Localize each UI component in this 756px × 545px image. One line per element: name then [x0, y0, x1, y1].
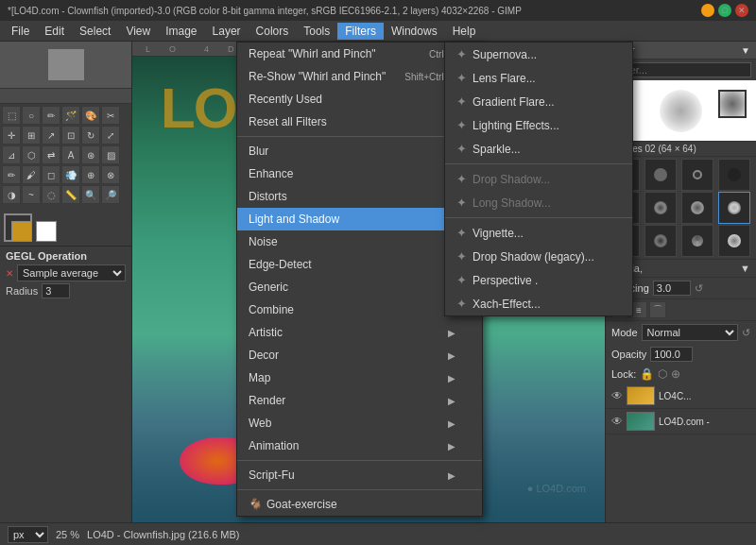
tool-free-select[interactable]: ✏: [42, 106, 60, 125]
filter-map[interactable]: Map ▶: [237, 366, 482, 389]
gegl-x-icon: ✕: [6, 268, 13, 279]
layer-item-2[interactable]: 👁 LO4D.com -: [606, 409, 756, 434]
brush-item-4[interactable]: [718, 159, 750, 191]
lock-label: Lock:: [611, 368, 636, 380]
lock-position-icon[interactable]: ⊕: [671, 367, 680, 381]
brush-item-12[interactable]: [718, 225, 750, 257]
brush-item-3[interactable]: [681, 159, 713, 191]
minimize-button[interactable]: −: [701, 4, 714, 17]
menu-colors[interactable]: Colors: [249, 23, 297, 40]
tools-grid: ⬚ ○ ✏ 🪄 🎨 ✂ ✛ ⊞ ↗ ⊡ ↻ ⤢ ⊿ ⬡ ⇄ A ⊛ ▨ ✏ 🖌 …: [0, 104, 131, 206]
tool-dodge[interactable]: ◑: [2, 185, 21, 204]
tool-move[interactable]: ✛: [2, 126, 21, 145]
tool-ellipse-select[interactable]: ○: [22, 106, 41, 125]
submenu-sparkle[interactable]: ✦ Sparkle...: [445, 137, 632, 161]
mode-select[interactable]: Normal Multiply Screen: [642, 324, 738, 341]
tool-clone[interactable]: ⊕: [81, 165, 100, 184]
brush-item-7[interactable]: [681, 192, 713, 224]
layer-1-visibility[interactable]: 👁: [611, 389, 623, 402]
tool-text[interactable]: A: [61, 145, 80, 164]
layer-item-1[interactable]: 👁 LO4C...: [606, 383, 756, 409]
brush-item-10[interactable]: [644, 225, 677, 257]
background-color[interactable]: [36, 221, 57, 242]
tool-scissors[interactable]: ✂: [101, 106, 120, 125]
filter-web[interactable]: Web ▶: [237, 412, 482, 434]
tool-blur[interactable]: ◌: [42, 185, 60, 204]
submenu-lighting-effects[interactable]: ✦ Lighting Effects...: [445, 113, 632, 137]
tool-paintbrush[interactable]: 🖌: [22, 165, 41, 184]
submenu-sep-1: [445, 163, 632, 164]
tool-measure[interactable]: 📏: [61, 185, 80, 204]
tool-crop[interactable]: ⊡: [61, 126, 80, 145]
tool-pencil[interactable]: ✏: [2, 165, 21, 184]
filter-render[interactable]: Render ▶: [237, 389, 482, 412]
filter-artistic[interactable]: Artistic ▶: [237, 321, 482, 344]
submenu-perspective[interactable]: ✦ Perspective .: [445, 268, 632, 292]
layer-2-name: LO4D.com -: [659, 417, 710, 427]
mode-reset-icon[interactable]: ↺: [742, 327, 750, 339]
menu-file[interactable]: File: [4, 23, 37, 40]
menu-view[interactable]: View: [118, 23, 158, 40]
opacity-input[interactable]: [650, 347, 693, 362]
submenu-long-shadow: ✦ Long Shadow...: [445, 191, 632, 214]
panel-menu-icon[interactable]: ▼: [741, 45, 750, 56]
menu-help[interactable]: Help: [445, 23, 484, 40]
tool-shear[interactable]: ⊿: [2, 145, 21, 164]
light-shadow-submenu: ✦ Supernova... ✦ Lens Flare... ✦ Gradien…: [444, 42, 633, 316]
menu-windows[interactable]: Windows: [384, 23, 445, 40]
zoom-level: 25 %: [56, 529, 79, 540]
brush-item-11[interactable]: [681, 225, 713, 257]
brush-item-6[interactable]: [644, 192, 677, 224]
lock-pixels-icon[interactable]: 🔒: [640, 367, 654, 381]
foreground-color[interactable]: [4, 213, 32, 242]
media-dropdown-icon[interactable]: ▼: [740, 263, 750, 274]
filter-decor[interactable]: Decor ▶: [237, 344, 482, 366]
brush-item-2[interactable]: [644, 159, 677, 191]
tool-fuzzy-select[interactable]: 🪄: [61, 106, 80, 125]
submenu-lens-flare[interactable]: ✦ Lens Flare...: [445, 66, 632, 90]
layer-1-thumb: [627, 386, 655, 405]
sparkle-icon: ✦: [456, 142, 467, 156]
submenu-drop-shadow-legacy[interactable]: ✦ Drop Shadow (legacy)...: [445, 245, 632, 268]
submenu-supernova[interactable]: ✦ Supernova...: [445, 43, 632, 66]
tool-smudge[interactable]: ~: [22, 185, 41, 204]
radius-input[interactable]: [42, 283, 70, 298]
tool-scale[interactable]: ⤢: [101, 126, 120, 145]
tool-zoom[interactable]: 🔎: [101, 185, 120, 204]
filter-animation[interactable]: Animation ▶: [237, 434, 482, 457]
tool-heal[interactable]: ⊗: [101, 165, 120, 184]
tool-blend[interactable]: ▨: [101, 145, 120, 164]
menu-layer[interactable]: Layer: [205, 23, 249, 40]
filter-script-fu[interactable]: Script-Fu ▶: [237, 464, 482, 486]
lock-alpha-icon[interactable]: ⬡: [658, 367, 667, 381]
submenu-vignette[interactable]: ✦ Vignette...: [445, 221, 632, 245]
menu-image[interactable]: Image: [158, 23, 204, 40]
menu-select[interactable]: Select: [72, 23, 118, 40]
layer-2-visibility[interactable]: 👁: [611, 415, 623, 428]
tool-bucket-fill[interactable]: ⊛: [81, 145, 100, 164]
tool-perspective[interactable]: ⬡: [22, 145, 41, 164]
tool-eraser[interactable]: ◻: [42, 165, 60, 184]
tool-color-picker[interactable]: 🔍: [81, 185, 100, 204]
paths-icon[interactable]: ⌒: [649, 301, 666, 318]
spacing-input[interactable]: [653, 281, 691, 296]
tool-flip[interactable]: ⇄: [42, 145, 60, 164]
unit-select[interactable]: px mm cm: [8, 526, 48, 543]
tool-by-color[interactable]: 🎨: [81, 106, 100, 125]
tool-rotate[interactable]: ↻: [81, 126, 100, 145]
filter-goat-exercise[interactable]: 🐐 Goat-exercise: [237, 493, 482, 516]
submenu-gradient-flare[interactable]: ✦ Gradient Flare...: [445, 90, 632, 113]
submenu-xach-effect[interactable]: ✦ Xach-Effect...: [445, 292, 632, 315]
tool-rect-select[interactable]: ⬚: [2, 106, 21, 125]
close-button[interactable]: ✕: [735, 4, 748, 17]
menu-edit[interactable]: Edit: [37, 23, 72, 40]
menu-tools[interactable]: Tools: [296, 23, 337, 40]
tool-align[interactable]: ⊞: [22, 126, 41, 145]
spacing-refresh-icon[interactable]: ↺: [695, 282, 703, 295]
gegl-operation-select[interactable]: Sample average: [17, 264, 126, 281]
maximize-button[interactable]: □: [718, 4, 731, 17]
tool-transform[interactable]: ↗: [42, 126, 60, 145]
brush-item-8[interactable]: [718, 192, 750, 224]
menu-filters[interactable]: Filters: [337, 23, 384, 40]
tool-airbrush[interactable]: 💨: [61, 165, 80, 184]
